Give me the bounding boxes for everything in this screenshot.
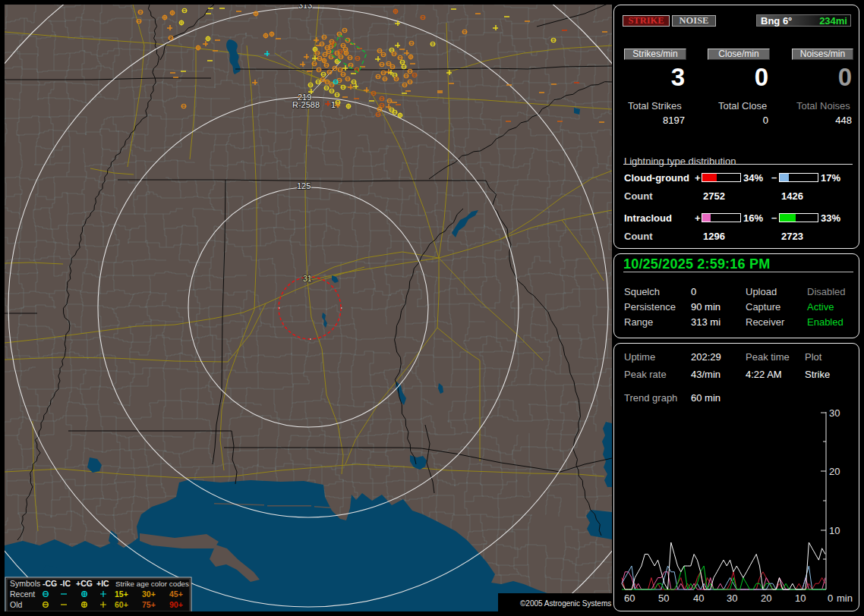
svg-text:+CG: +CG xyxy=(76,579,93,588)
svg-text:20: 20 xyxy=(761,592,771,604)
svg-text:45+: 45+ xyxy=(169,589,183,599)
svg-text:Symbols: Symbols xyxy=(10,579,40,588)
svg-text:10: 10 xyxy=(795,592,806,604)
svg-text:20: 20 xyxy=(829,466,840,477)
svg-text:90+: 90+ xyxy=(169,600,183,609)
svg-text:0: 0 xyxy=(828,592,833,604)
svg-text:10: 10 xyxy=(829,525,840,536)
svg-text:Recent: Recent xyxy=(10,589,35,599)
svg-text:1: 1 xyxy=(331,100,336,109)
svg-text:30: 30 xyxy=(829,407,840,419)
svg-text:75+: 75+ xyxy=(142,600,156,609)
svg-text:+IC: +IC xyxy=(96,579,109,588)
svg-text:©2005 Astrogenic Systems: ©2005 Astrogenic Systems xyxy=(520,599,611,608)
svg-text:60: 60 xyxy=(624,592,635,604)
svg-text:-IC: -IC xyxy=(60,579,71,588)
svg-text:60+: 60+ xyxy=(115,600,128,609)
svg-text:R-2588: R-2588 xyxy=(292,100,320,109)
svg-text:31: 31 xyxy=(303,274,312,283)
svg-text:125: 125 xyxy=(297,181,311,190)
svg-text:min: min xyxy=(837,592,853,604)
svg-text:-CG: -CG xyxy=(43,579,57,588)
svg-text:30: 30 xyxy=(727,592,737,604)
svg-text:40: 40 xyxy=(693,592,704,604)
svg-text:Old: Old xyxy=(10,600,23,609)
svg-text:30+: 30+ xyxy=(142,589,156,599)
svg-text:Strike age color codes: Strike age color codes xyxy=(115,580,189,588)
svg-text:15+: 15+ xyxy=(115,589,128,599)
svg-text:50: 50 xyxy=(658,592,669,604)
svg-text:313: 313 xyxy=(298,5,312,10)
